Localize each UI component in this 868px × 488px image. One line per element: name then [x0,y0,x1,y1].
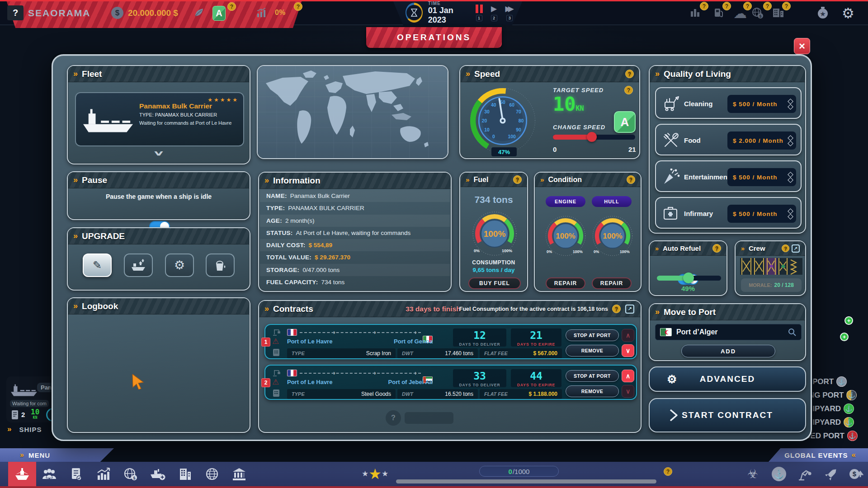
world-map [258,66,448,158]
contract-row-1[interactable]: 1 ⚠ › › › Port of Le Havre Port of Genoa… [264,324,637,359]
fast-forward-icon: ▶▶ [505,5,514,13]
rename-ship-button[interactable]: ✎ [83,253,112,277]
svg-text:$: $ [759,14,761,19]
auto-refuel-help-badge[interactable]: ? [712,244,721,253]
ships-section-toggle[interactable]: » SHIPS [7,425,42,434]
advanced-button[interactable]: ⚙ ADVANCED [649,366,806,392]
info-row-daily-cost: DAILY COST:$ 554,89 [260,239,450,251]
war-missile-icon[interactable] [818,462,844,486]
close-icon: × [799,40,805,52]
contracts-help-badge[interactable]: ? [612,305,621,313]
taskbar-world-market-icon[interactable]: $ [118,462,144,486]
taskbar-finance-icon[interactable] [90,462,117,486]
move-contract-down-button[interactable]: ∨ [622,385,634,398]
eco-help-badge[interactable]: ? [227,2,236,11]
slider-knob[interactable] [683,272,694,283]
target-speed-value: 10KN [553,93,584,115]
buy-fuel-button[interactable]: BUY FUEL [468,277,521,289]
economy-up-icon[interactable]: $ [843,462,868,486]
move-contract-up-button[interactable]: ∧ [622,370,634,382]
stop-at-port-button[interactable]: STOP AT PORT [566,329,619,341]
remove-contract-button[interactable]: REMOVE [566,345,619,357]
taskbar-buy-ship-icon[interactable] [145,462,171,486]
close-button[interactable]: × [794,38,810,54]
days-to-expire-box: 44 DAYS TO EXPIRE [511,369,561,387]
target-speed-label: TARGET SPEED [553,87,604,94]
upgrade-ship-button[interactable] [124,253,153,277]
repair-hull-button[interactable]: REPAIR [592,277,632,289]
crew-help-badge[interactable]: ? [782,244,789,252]
fast-speed-button[interactable]: ▶▶ 3 [505,5,514,21]
taskbar-world-icon[interactable] [199,462,225,486]
ghost-help-circle: ? [386,410,401,426]
engine-upgrade-button[interactable]: ⚙ [165,253,194,277]
map-marker-plus-icon[interactable]: + [844,316,853,325]
ports-anchor-icon[interactable]: ⚓ [766,462,792,486]
start-contract-button[interactable]: START CONTRACT [649,398,806,432]
origin-port: Port of Le Havre [287,379,332,385]
entertainment-cost-stepper[interactable]: $ 500 / Month [727,168,796,186]
stepper-icon[interactable] [788,136,793,145]
contract-number-badge: 2 [261,378,270,387]
change-speed-slider[interactable] [553,135,635,140]
world-map-panel[interactable] [257,65,448,159]
auto-refuel-slider[interactable] [657,276,721,281]
help-button[interactable]: ? [7,5,24,20]
remove-contract-button[interactable]: REMOVE [566,385,619,397]
settings-gear-icon[interactable]: ⚙ [842,5,854,22]
engine-zero-label: 0% [547,249,552,254]
statistics-help-badge[interactable]: ? [700,2,708,10]
cleaning-cost-stepper[interactable]: $ 500 / Month [727,95,796,113]
port-search-input[interactable]: Port d’Alger [655,324,802,340]
infirmary-cost-stepper[interactable]: $ 500 / Month [727,205,796,223]
pause-speed-button[interactable]: 1 [476,5,483,21]
taskbar-ships-icon[interactable] [9,462,35,486]
play-speed-button[interactable]: ▶ 2 [491,5,497,21]
menu-bar[interactable]: » MENU [0,448,114,462]
map-marker-plus-icon-2[interactable]: + [840,333,849,341]
target-speed-help-badge[interactable]: ? [624,86,633,94]
global-events-bar[interactable]: GLOBAL EVENTS « [769,448,868,462]
repair-engine-button[interactable]: REPAIR [546,277,585,289]
add-port-button[interactable]: ADD [681,345,775,357]
auto-refuel-percent: 49% [650,285,726,292]
shipyard-crane-icon[interactable] [792,462,818,486]
svg-text:$: $ [133,476,135,480]
chevrons-icon: » [741,245,745,252]
move-contract-down-button[interactable]: ∨ [622,344,634,357]
fuel-help-badge[interactable]: ? [722,2,731,10]
stepper-icon[interactable] [788,173,793,182]
progress-help-badge[interactable]: ? [664,467,672,476]
taskbar-crew-icon[interactable] [36,462,62,486]
market-help-badge[interactable]: ? [294,2,302,11]
taskbar-bank-icon[interactable] [226,462,252,486]
fuel-help-badge[interactable]: ? [513,175,522,184]
eco-rating-badge[interactable]: A [212,6,226,21]
speed-help-badge[interactable]: ? [625,70,634,78]
achievements-icon[interactable]: ★ [816,5,830,20]
food-cost-stepper[interactable]: $ 2.000 / Month [727,131,796,150]
fleet-ship-card[interactable]: ★★★★★ Panamax Bulk Carrier TYPE: PANAMAX… [75,92,244,146]
weather-help-badge[interactable]: ? [743,2,752,10]
paint-ship-button[interactable] [206,253,235,277]
contracts-external-link-icon[interactable]: ↗ [625,305,634,314]
taskbar-contracts-icon[interactable] [63,462,90,486]
taskbar-company-icon[interactable] [172,462,198,486]
move-contract-up-button[interactable]: ∧ [622,329,634,342]
stepper-icon[interactable] [788,99,793,109]
company-help-badge[interactable]: ? [782,2,791,10]
crew-external-link-icon[interactable]: ↗ [792,244,800,253]
disasters-biohazard-icon[interactable]: ☣ [740,462,766,486]
condition-help-badge[interactable]: ? [627,175,635,184]
market-globe-help-badge[interactable]: ? [763,2,772,10]
slider-knob[interactable] [587,132,597,142]
speed-header: »Speed? [460,66,639,82]
stepper-icon[interactable] [788,209,793,219]
qol-row-entertainment: Entertainment $ 500 / Month [655,160,802,192]
stop-at-port-button[interactable]: STOP AT PORT [566,370,619,382]
statistics-icon[interactable] [689,7,701,19]
auto-speed-button[interactable]: A [614,111,636,133]
world-market-icon[interactable]: $ [751,7,764,19]
contract-row-2[interactable]: 2 ⚠ › › › Port of Le Havre Port of Jebel… [264,365,637,400]
information-title: Information [273,176,321,186]
